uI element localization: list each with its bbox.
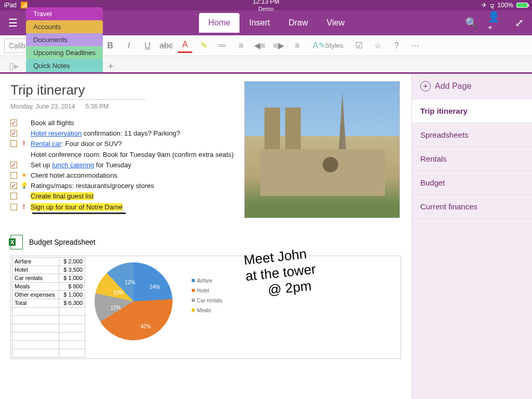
- ribbon-tabs: Home Insert Draw View: [199, 13, 354, 33]
- todo-text[interactable]: Sign up for tour of Notre Dame: [31, 203, 123, 212]
- numbering-button[interactable]: ≡: [234, 38, 248, 53]
- legend-item: Car rentals: [192, 298, 222, 303]
- share-icon[interactable]: 👤⁺: [487, 15, 503, 31]
- more-tags-button[interactable]: ⋯: [408, 38, 422, 53]
- table-cell: Hotel: [12, 265, 59, 274]
- attachment-label: Budget Spreadsheet: [29, 238, 96, 246]
- todo-checkbox[interactable]: [10, 172, 17, 179]
- excel-file-icon[interactable]: [10, 235, 23, 249]
- page-list-item[interactable]: Budget: [412, 171, 532, 195]
- outdent-button[interactable]: ◀≡: [252, 38, 267, 53]
- todo-tag-icon: !: [20, 139, 28, 148]
- pie-slice-label: 12%: [111, 305, 121, 311]
- table-cell: $ 1,000: [59, 274, 85, 282]
- add-page-button[interactable]: + Add Page: [412, 74, 532, 99]
- bluetooth-icon: ⚼: [490, 2, 494, 9]
- table-cell: Total: [12, 299, 59, 307]
- budget-table: Airfare$ 2,000Hotel$ 3,500Car rentals$ 1…: [12, 257, 85, 357]
- legend-item: Meals: [192, 308, 222, 313]
- battery-icon: [516, 3, 528, 8]
- todo-text[interactable]: Book all flights: [31, 118, 74, 128]
- section-tab-accounts[interactable]: Accounts: [26, 20, 103, 33]
- italic-button[interactable]: I: [122, 38, 136, 53]
- todo-tag-icon: !: [20, 203, 28, 211]
- section-tab-documents[interactable]: Documents: [26, 33, 103, 46]
- strike-button[interactable]: abc: [159, 38, 174, 53]
- align-button[interactable]: ≡: [290, 38, 304, 53]
- todo-checkbox[interactable]: [10, 204, 17, 210]
- section-tabs: ▯▸ TravelAccountsDocumentsUpcoming Deadl…: [0, 56, 532, 74]
- fullscreen-icon[interactable]: ⤢: [511, 15, 527, 31]
- todo-checkbox[interactable]: [10, 162, 17, 168]
- page-list-item[interactable]: Rentals: [412, 147, 532, 171]
- todo-tag-icon: ★: [20, 171, 28, 180]
- table-cell: Other expenses: [12, 290, 59, 299]
- todo-text[interactable]: Create final guest list: [31, 192, 94, 201]
- menu-icon[interactable]: ☰: [5, 15, 21, 31]
- pie-slice-label: 10%: [113, 290, 124, 296]
- todo-text[interactable]: Client hotel accommodations: [31, 171, 117, 180]
- legend-item: Airfare: [192, 278, 222, 284]
- table-cell: Car rentals: [12, 274, 59, 282]
- chart-legend: AirfareHotelCar rentalsMeals: [192, 278, 222, 317]
- pages-panel: + Add Page Trip itinerarySpreadsheetsRen…: [411, 74, 532, 399]
- todo-tag-button[interactable]: ☑: [352, 38, 366, 53]
- pie-slice-label: 24%: [150, 284, 160, 290]
- todo-tag-icon: 💡: [20, 181, 28, 190]
- notebook-name: Demo: [252, 6, 279, 12]
- page-list-item[interactable]: Trip itinerary: [412, 99, 532, 123]
- todo-text[interactable]: Rental car: Four door or SUV?: [31, 139, 122, 149]
- section-tab-travel[interactable]: Travel: [26, 7, 103, 20]
- todo-text[interactable]: Hotel conference room: Book for Tuesday …: [31, 150, 234, 159]
- section-tab-quick-notes[interactable]: Quick Notes: [26, 59, 103, 72]
- section-tab-upcoming-deadlines[interactable]: Upcoming Deadlines: [26, 46, 103, 59]
- table-cell: $ 1,000: [59, 290, 85, 299]
- pie-slice-label: 42%: [140, 324, 151, 329]
- star-tag-button[interactable]: ☆: [370, 38, 385, 53]
- todo-checkbox[interactable]: [10, 193, 17, 200]
- todo-checkbox[interactable]: [10, 140, 17, 147]
- todo-text[interactable]: Ratings/maps: restaurants/grocery stores: [31, 181, 154, 191]
- ink-underline: [32, 212, 126, 214]
- page-list-item[interactable]: Current finances: [412, 195, 532, 219]
- notebooks-icon[interactable]: ▯▸: [5, 60, 22, 72]
- page-list-item[interactable]: Spreadsheets: [412, 123, 532, 147]
- table-cell: Airfare: [12, 257, 59, 265]
- todo-checkbox[interactable]: [10, 119, 17, 126]
- todo-checkbox[interactable]: [10, 182, 17, 189]
- todo-checkbox[interactable]: [10, 130, 17, 137]
- tab-view[interactable]: View: [317, 13, 354, 33]
- photo-notre-dame[interactable]: [244, 81, 400, 218]
- tab-draw[interactable]: Draw: [279, 13, 317, 33]
- underline-button[interactable]: U: [140, 38, 155, 53]
- table-cell: $ 3,500: [59, 265, 85, 274]
- search-icon[interactable]: 🔍: [463, 15, 479, 31]
- tab-insert[interactable]: Insert: [240, 13, 279, 33]
- question-tag-button[interactable]: ?: [389, 38, 404, 53]
- styles-button[interactable]: A✎ Styles: [309, 38, 348, 53]
- page-time: 5:36 PM: [86, 103, 109, 110]
- todo-text[interactable]: Set up lunch catering for Tuesday: [31, 161, 131, 170]
- battery-pct: 100%: [497, 2, 513, 9]
- table-cell: $ 2,000: [59, 257, 85, 265]
- legend-item: Hotel: [192, 288, 222, 294]
- tab-home[interactable]: Home: [199, 13, 240, 33]
- pie-chart: AirfareHotelCar rentalsMeals 24%42%12%10…: [89, 257, 224, 357]
- bold-button[interactable]: B: [103, 38, 117, 53]
- table-cell: $ 800: [59, 282, 85, 290]
- highlight-button[interactable]: ✎: [196, 38, 211, 53]
- add-section-button[interactable]: +: [104, 61, 117, 72]
- device-label: iPad 📶: [4, 2, 28, 9]
- page-canvas[interactable]: Trip itinerary Monday, June 23, 2014 5:3…: [0, 74, 411, 399]
- todo-text[interactable]: Hotel reservation confirmation: 11 days?…: [31, 129, 180, 138]
- page-date: Monday, June 23, 2014: [10, 103, 75, 110]
- location-icon: ✈︎: [482, 2, 487, 9]
- table-cell: Meals: [12, 282, 59, 290]
- status-time: 12:13 PM: [252, 0, 279, 6]
- font-color-button[interactable]: A: [178, 38, 192, 53]
- indent-button[interactable]: ≡▶: [271, 38, 286, 53]
- bullets-button[interactable]: ≔: [215, 38, 230, 53]
- table-cell: $ 8,300: [59, 299, 85, 307]
- plus-icon: +: [420, 81, 431, 91]
- pie-slice-label: 12%: [125, 280, 135, 285]
